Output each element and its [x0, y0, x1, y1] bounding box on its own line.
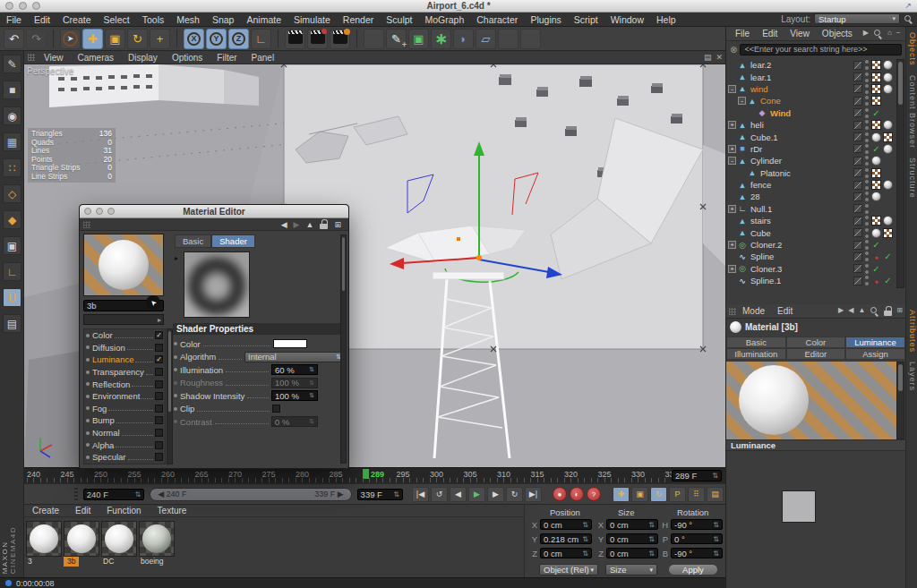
object-name[interactable]: Platonic — [760, 168, 853, 178]
menu-item[interactable]: Create — [56, 14, 98, 25]
new-panel-icon[interactable]: ⊞ — [334, 220, 341, 229]
channel-row[interactable]: Normal — [84, 427, 165, 439]
frame-range-slider[interactable]: ◀ 240 F 339 F ▶ — [150, 488, 351, 501]
make-editable[interactable]: ✎ — [3, 55, 21, 73]
visibility-dots[interactable] — [864, 240, 870, 250]
tab[interactable]: Luminance — [845, 337, 905, 348]
menu-item[interactable]: Snap — [206, 14, 241, 25]
snap-mode[interactable]: U — [3, 288, 21, 307]
objects-menu-item[interactable]: Objects — [816, 29, 859, 38]
timeline-tick[interactable]: 330 — [631, 469, 665, 479]
render-settings[interactable] — [330, 29, 350, 49]
menu-item[interactable]: Simulate — [287, 14, 337, 25]
channel-row[interactable]: Specular — [84, 451, 165, 464]
add-deformer[interactable]: ◗ — [453, 29, 474, 49]
object-name[interactable]: heli — [750, 120, 853, 130]
object-icon[interactable] — [737, 252, 748, 261]
up-icon[interactable]: ▲ — [858, 306, 865, 316]
display-toggle[interactable] — [853, 121, 862, 130]
tab[interactable]: Basic — [726, 337, 786, 348]
new-panel-icon[interactable]: ⊞ — [896, 306, 903, 316]
object-name[interactable]: Cloner.3 — [750, 264, 853, 274]
sphere-tag[interactable] — [871, 228, 881, 238]
channel-checkbox[interactable] — [155, 368, 163, 376]
add-mograph[interactable]: ∗ — [431, 29, 451, 49]
timeline-tick[interactable]: 300 — [430, 469, 464, 479]
position-z-field[interactable]: 0 cm⇅ — [540, 548, 592, 558]
lock-icon[interactable] — [320, 219, 328, 229]
lock-icon[interactable] — [884, 306, 892, 316]
panel-layout-icon[interactable]: ▤ — [704, 53, 712, 62]
home-icon[interactable]: ⌂ — [887, 29, 892, 38]
panel-grip-icon[interactable] — [74, 488, 78, 500]
visibility-dots[interactable] — [864, 216, 870, 226]
visibility-dots[interactable] — [864, 264, 870, 274]
add-cube[interactable] — [364, 29, 384, 49]
track-bar[interactable]: ▤ — [707, 487, 724, 502]
play-forwards[interactable]: ▶ — [468, 487, 485, 502]
position-x-field[interactable]: 0 cm⇅ — [540, 519, 592, 530]
property-control[interactable]: 60 %⇅ — [271, 364, 318, 375]
rotation-b-field[interactable]: -90 °⇅ — [671, 548, 723, 558]
timeline-tick[interactable]: 255 — [128, 469, 162, 479]
object-icon[interactable] — [737, 241, 748, 250]
object-icon[interactable] — [737, 84, 748, 93]
side-tab[interactable]: Attributes — [908, 310, 917, 353]
rotation-h-field[interactable]: -90 °⇅ — [671, 519, 723, 530]
sphere-tag[interactable] — [871, 156, 881, 166]
position-mode-select[interactable]: Object (Rel)▾ — [539, 564, 598, 575]
object-name[interactable]: Cone — [760, 96, 853, 106]
display-toggle[interactable] — [853, 204, 862, 213]
visibility-dots[interactable] — [864, 120, 870, 130]
sphere-tag[interactable] — [883, 144, 893, 154]
visibility-dots[interactable] — [864, 84, 870, 94]
viewport-menu-item[interactable]: View — [37, 53, 71, 63]
object-row[interactable]: lear.2 — [726, 59, 896, 71]
expand-toggle[interactable]: + — [728, 145, 736, 153]
visibility-dots[interactable] — [864, 108, 870, 118]
tab[interactable]: Editor — [786, 348, 846, 360]
timeline-tick[interactable]: 250 — [94, 469, 128, 479]
object-name[interactable]: lear.2 — [750, 60, 853, 70]
side-tab[interactable]: Layers — [908, 362, 917, 391]
side-tab[interactable]: Objects — [908, 32, 917, 66]
clear-search-icon[interactable]: ⊗ — [730, 45, 737, 55]
channel-row[interactable]: Color ✓ — [84, 329, 165, 342]
display-toggle[interactable] — [853, 144, 862, 153]
timeline-ruler[interactable]: 2402452502552602652702752802852892953003… — [24, 467, 725, 483]
key-parameter[interactable]: P — [669, 487, 686, 502]
timeline-tick[interactable]: 265 — [195, 469, 229, 479]
camera-label[interactable]: Perspective — [27, 66, 73, 76]
rotate-tool[interactable]: ↻ — [127, 29, 148, 49]
object-name[interactable]: stairs — [750, 216, 853, 226]
checker-tag[interactable] — [871, 120, 881, 130]
attributes-menu-item[interactable]: Mode — [736, 306, 771, 316]
sphere-tag[interactable] — [883, 120, 893, 130]
live-selection[interactable]: ➤ — [60, 29, 81, 49]
object-icon[interactable] — [737, 72, 748, 81]
panel-grip-icon[interactable] — [28, 54, 35, 61]
viewport-menu-item[interactable]: Options — [165, 53, 210, 63]
visibility-dots[interactable] — [864, 132, 870, 142]
menu-item[interactable]: Tools — [136, 14, 171, 25]
checker-tag[interactable] — [871, 84, 881, 94]
material-thumbnail[interactable] — [26, 521, 62, 557]
expand-toggle[interactable]: + — [728, 265, 736, 273]
object-list-scrollbar[interactable] — [896, 59, 904, 288]
objects-menu-item[interactable]: File — [729, 29, 756, 38]
object-name[interactable]: Cloner.2 — [750, 240, 853, 250]
tab[interactable]: Shader — [211, 234, 255, 248]
check-tag[interactable] — [871, 264, 881, 274]
property-control[interactable]: ⇅ — [272, 405, 345, 413]
object-icon[interactable] — [747, 168, 758, 177]
object-name[interactable]: lear.1 — [750, 72, 853, 82]
sphere-tag[interactable] — [883, 72, 893, 82]
object-name[interactable]: Cylinder — [750, 156, 853, 166]
viewport-menu-item[interactable]: Panel — [244, 53, 282, 63]
object-name[interactable]: rDr — [750, 144, 853, 154]
back-icon[interactable]: ◀ — [281, 220, 287, 229]
display-toggle[interactable] — [853, 192, 862, 201]
display-toggle[interactable] — [853, 132, 862, 141]
lock-x-axis[interactable]: X — [184, 29, 204, 49]
timeline-tick[interactable]: 325 — [598, 469, 632, 479]
